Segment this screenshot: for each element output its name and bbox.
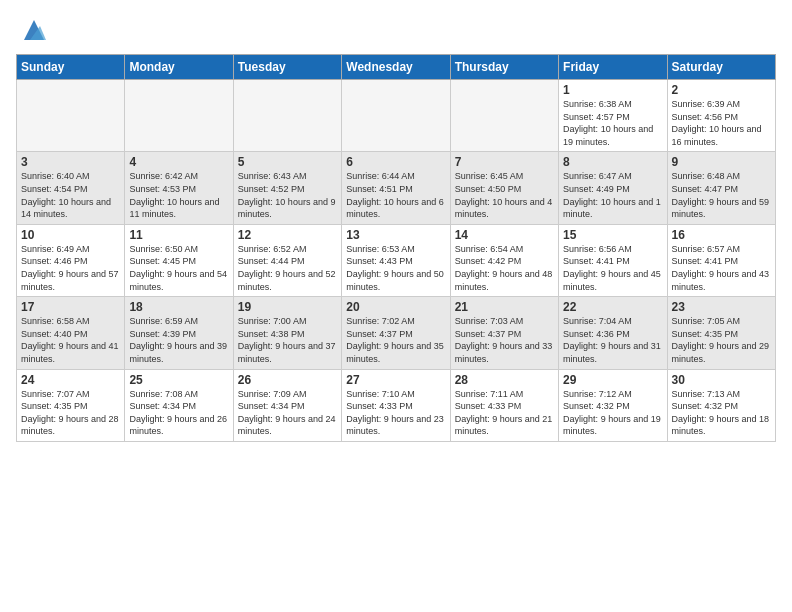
col-header-sunday: Sunday: [17, 55, 125, 80]
col-header-monday: Monday: [125, 55, 233, 80]
day-info: Sunrise: 6:44 AM Sunset: 4:51 PM Dayligh…: [346, 170, 445, 220]
day-cell: 17Sunrise: 6:58 AM Sunset: 4:40 PM Dayli…: [17, 297, 125, 369]
day-info: Sunrise: 7:03 AM Sunset: 4:37 PM Dayligh…: [455, 315, 554, 365]
day-number: 24: [21, 373, 120, 387]
day-number: 19: [238, 300, 337, 314]
day-cell: 21Sunrise: 7:03 AM Sunset: 4:37 PM Dayli…: [450, 297, 558, 369]
week-row-2: 10Sunrise: 6:49 AM Sunset: 4:46 PM Dayli…: [17, 224, 776, 296]
day-cell: 11Sunrise: 6:50 AM Sunset: 4:45 PM Dayli…: [125, 224, 233, 296]
col-header-saturday: Saturday: [667, 55, 775, 80]
day-info: Sunrise: 6:49 AM Sunset: 4:46 PM Dayligh…: [21, 243, 120, 293]
day-info: Sunrise: 7:10 AM Sunset: 4:33 PM Dayligh…: [346, 388, 445, 438]
day-cell: 2Sunrise: 6:39 AM Sunset: 4:56 PM Daylig…: [667, 80, 775, 152]
week-row-0: 1Sunrise: 6:38 AM Sunset: 4:57 PM Daylig…: [17, 80, 776, 152]
logo: [16, 16, 48, 44]
day-cell: [17, 80, 125, 152]
day-cell: 9Sunrise: 6:48 AM Sunset: 4:47 PM Daylig…: [667, 152, 775, 224]
day-number: 3: [21, 155, 120, 169]
day-number: 18: [129, 300, 228, 314]
day-number: 4: [129, 155, 228, 169]
day-cell: 1Sunrise: 6:38 AM Sunset: 4:57 PM Daylig…: [559, 80, 667, 152]
day-number: 10: [21, 228, 120, 242]
day-cell: 24Sunrise: 7:07 AM Sunset: 4:35 PM Dayli…: [17, 369, 125, 441]
day-number: 16: [672, 228, 771, 242]
calendar-table: SundayMondayTuesdayWednesdayThursdayFrid…: [16, 54, 776, 442]
day-number: 7: [455, 155, 554, 169]
day-cell: 29Sunrise: 7:12 AM Sunset: 4:32 PM Dayli…: [559, 369, 667, 441]
day-info: Sunrise: 6:45 AM Sunset: 4:50 PM Dayligh…: [455, 170, 554, 220]
day-cell: 22Sunrise: 7:04 AM Sunset: 4:36 PM Dayli…: [559, 297, 667, 369]
day-cell: 26Sunrise: 7:09 AM Sunset: 4:34 PM Dayli…: [233, 369, 341, 441]
calendar-body: 1Sunrise: 6:38 AM Sunset: 4:57 PM Daylig…: [17, 80, 776, 442]
day-cell: 15Sunrise: 6:56 AM Sunset: 4:41 PM Dayli…: [559, 224, 667, 296]
day-number: 14: [455, 228, 554, 242]
day-number: 15: [563, 228, 662, 242]
day-number: 1: [563, 83, 662, 97]
day-info: Sunrise: 7:08 AM Sunset: 4:34 PM Dayligh…: [129, 388, 228, 438]
logo-icon: [20, 16, 48, 44]
day-info: Sunrise: 6:53 AM Sunset: 4:43 PM Dayligh…: [346, 243, 445, 293]
day-info: Sunrise: 7:04 AM Sunset: 4:36 PM Dayligh…: [563, 315, 662, 365]
week-row-1: 3Sunrise: 6:40 AM Sunset: 4:54 PM Daylig…: [17, 152, 776, 224]
day-number: 5: [238, 155, 337, 169]
day-number: 27: [346, 373, 445, 387]
page: SundayMondayTuesdayWednesdayThursdayFrid…: [0, 0, 792, 450]
day-info: Sunrise: 6:40 AM Sunset: 4:54 PM Dayligh…: [21, 170, 120, 220]
col-header-friday: Friday: [559, 55, 667, 80]
day-cell: 7Sunrise: 6:45 AM Sunset: 4:50 PM Daylig…: [450, 152, 558, 224]
day-info: Sunrise: 6:58 AM Sunset: 4:40 PM Dayligh…: [21, 315, 120, 365]
day-info: Sunrise: 6:56 AM Sunset: 4:41 PM Dayligh…: [563, 243, 662, 293]
day-info: Sunrise: 6:43 AM Sunset: 4:52 PM Dayligh…: [238, 170, 337, 220]
day-info: Sunrise: 6:47 AM Sunset: 4:49 PM Dayligh…: [563, 170, 662, 220]
day-cell: 28Sunrise: 7:11 AM Sunset: 4:33 PM Dayli…: [450, 369, 558, 441]
day-cell: 6Sunrise: 6:44 AM Sunset: 4:51 PM Daylig…: [342, 152, 450, 224]
day-cell: 8Sunrise: 6:47 AM Sunset: 4:49 PM Daylig…: [559, 152, 667, 224]
day-number: 21: [455, 300, 554, 314]
day-info: Sunrise: 6:39 AM Sunset: 4:56 PM Dayligh…: [672, 98, 771, 148]
day-info: Sunrise: 6:59 AM Sunset: 4:39 PM Dayligh…: [129, 315, 228, 365]
day-info: Sunrise: 7:05 AM Sunset: 4:35 PM Dayligh…: [672, 315, 771, 365]
col-header-thursday: Thursday: [450, 55, 558, 80]
day-cell: [450, 80, 558, 152]
week-row-3: 17Sunrise: 6:58 AM Sunset: 4:40 PM Dayli…: [17, 297, 776, 369]
col-header-tuesday: Tuesday: [233, 55, 341, 80]
day-info: Sunrise: 7:07 AM Sunset: 4:35 PM Dayligh…: [21, 388, 120, 438]
day-cell: 19Sunrise: 7:00 AM Sunset: 4:38 PM Dayli…: [233, 297, 341, 369]
calendar-header-row: SundayMondayTuesdayWednesdayThursdayFrid…: [17, 55, 776, 80]
week-row-4: 24Sunrise: 7:07 AM Sunset: 4:35 PM Dayli…: [17, 369, 776, 441]
day-info: Sunrise: 7:13 AM Sunset: 4:32 PM Dayligh…: [672, 388, 771, 438]
day-info: Sunrise: 6:54 AM Sunset: 4:42 PM Dayligh…: [455, 243, 554, 293]
day-info: Sunrise: 7:12 AM Sunset: 4:32 PM Dayligh…: [563, 388, 662, 438]
day-info: Sunrise: 6:50 AM Sunset: 4:45 PM Dayligh…: [129, 243, 228, 293]
day-cell: 30Sunrise: 7:13 AM Sunset: 4:32 PM Dayli…: [667, 369, 775, 441]
day-number: 22: [563, 300, 662, 314]
day-cell: 4Sunrise: 6:42 AM Sunset: 4:53 PM Daylig…: [125, 152, 233, 224]
day-cell: 12Sunrise: 6:52 AM Sunset: 4:44 PM Dayli…: [233, 224, 341, 296]
col-header-wednesday: Wednesday: [342, 55, 450, 80]
day-cell: [125, 80, 233, 152]
day-cell: 25Sunrise: 7:08 AM Sunset: 4:34 PM Dayli…: [125, 369, 233, 441]
day-cell: 27Sunrise: 7:10 AM Sunset: 4:33 PM Dayli…: [342, 369, 450, 441]
day-number: 28: [455, 373, 554, 387]
day-cell: 5Sunrise: 6:43 AM Sunset: 4:52 PM Daylig…: [233, 152, 341, 224]
day-info: Sunrise: 6:52 AM Sunset: 4:44 PM Dayligh…: [238, 243, 337, 293]
day-info: Sunrise: 7:11 AM Sunset: 4:33 PM Dayligh…: [455, 388, 554, 438]
day-info: Sunrise: 7:00 AM Sunset: 4:38 PM Dayligh…: [238, 315, 337, 365]
day-cell: 10Sunrise: 6:49 AM Sunset: 4:46 PM Dayli…: [17, 224, 125, 296]
day-number: 9: [672, 155, 771, 169]
header: [16, 16, 776, 44]
day-info: Sunrise: 7:02 AM Sunset: 4:37 PM Dayligh…: [346, 315, 445, 365]
day-number: 6: [346, 155, 445, 169]
day-number: 8: [563, 155, 662, 169]
day-cell: 23Sunrise: 7:05 AM Sunset: 4:35 PM Dayli…: [667, 297, 775, 369]
day-number: 2: [672, 83, 771, 97]
day-number: 30: [672, 373, 771, 387]
day-cell: 18Sunrise: 6:59 AM Sunset: 4:39 PM Dayli…: [125, 297, 233, 369]
day-info: Sunrise: 6:57 AM Sunset: 4:41 PM Dayligh…: [672, 243, 771, 293]
day-cell: [342, 80, 450, 152]
day-cell: 20Sunrise: 7:02 AM Sunset: 4:37 PM Dayli…: [342, 297, 450, 369]
day-cell: 16Sunrise: 6:57 AM Sunset: 4:41 PM Dayli…: [667, 224, 775, 296]
day-number: 12: [238, 228, 337, 242]
day-info: Sunrise: 6:38 AM Sunset: 4:57 PM Dayligh…: [563, 98, 662, 148]
day-number: 20: [346, 300, 445, 314]
